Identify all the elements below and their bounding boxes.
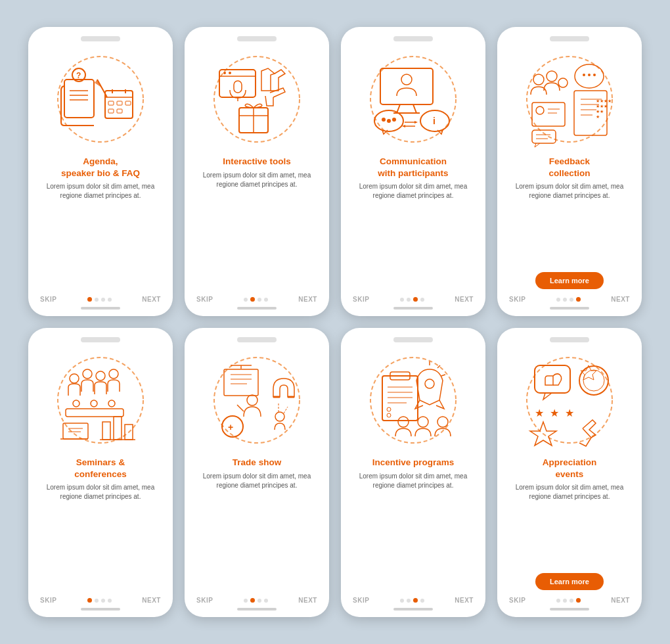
nav-skip-seminars[interactable]: SKIP: [40, 597, 56, 604]
nav-dots-appreciation: [556, 598, 581, 603]
dot-4[interactable]: [576, 598, 581, 603]
card-agenda: ? Agenda,speaker bio & FAQ Lorem ipsum d…: [28, 27, 173, 316]
dot-1[interactable]: [556, 599, 560, 603]
svg-point-90: [247, 395, 257, 405]
svg-point-37: [392, 118, 396, 122]
card-title-feedback: Feedbackcollection: [548, 156, 590, 179]
nav-next-communication[interactable]: NEXT: [455, 296, 474, 303]
card-title-seminars: Seminars &conferences: [74, 457, 127, 480]
home-bar: [237, 608, 277, 610]
nav-skip-feedback[interactable]: SKIP: [509, 296, 525, 303]
svg-text:★★★: ★★★: [596, 104, 608, 108]
dot-1[interactable]: [556, 298, 560, 302]
dot-3[interactable]: [101, 599, 105, 603]
dot-4[interactable]: [108, 599, 112, 603]
home-bar: [393, 608, 433, 610]
dot-4[interactable]: [576, 297, 581, 302]
svg-point-43: [533, 74, 544, 85]
dot-4[interactable]: [420, 599, 424, 603]
dot-2[interactable]: [563, 599, 567, 603]
dot-4[interactable]: [264, 599, 268, 603]
phone-nav-appreciation: SKIP NEXT: [506, 597, 633, 604]
phone-notch: [237, 36, 277, 41]
svg-point-68: [83, 369, 92, 379]
svg-rect-75: [114, 417, 122, 440]
card-desc-communication: Lorem ipsum dolor sit dim amet, mea regi…: [350, 182, 476, 292]
card-desc-seminars: Lorem ipsum dolor sit dim amet, mea regi…: [37, 483, 164, 593]
svg-rect-16: [108, 109, 114, 113]
svg-text:★★★★: ★★★★: [596, 99, 612, 103]
svg-rect-1: [64, 80, 94, 118]
dot-4[interactable]: [420, 298, 424, 302]
nav-skip-agenda[interactable]: SKIP: [40, 296, 56, 303]
svg-text:★★: ★★: [596, 109, 604, 114]
nav-skip-communication[interactable]: SKIP: [353, 296, 369, 303]
svg-point-48: [588, 74, 591, 76]
dot-3[interactable]: [570, 298, 573, 302]
dot-2[interactable]: [407, 599, 411, 603]
nav-next-seminars[interactable]: NEXT: [142, 597, 161, 604]
svg-rect-23: [234, 81, 242, 93]
svg-point-108: [425, 379, 434, 388]
nav-dots-communication: [400, 297, 424, 302]
nav-next-appreciation[interactable]: NEXT: [611, 597, 630, 604]
learn-more-button-feedback[interactable]: Learn more: [535, 272, 604, 289]
nav-skip-interactive[interactable]: SKIP: [196, 296, 213, 303]
nav-next-feedback[interactable]: NEXT: [611, 296, 630, 303]
dot-2[interactable]: [407, 298, 411, 302]
nav-next-interactive[interactable]: NEXT: [298, 296, 317, 303]
card-icon-interactive: [204, 47, 309, 152]
dot-3[interactable]: [413, 598, 418, 603]
svg-point-99: [370, 357, 456, 443]
card-desc-feedback: Lorem ipsum dolor sit dim amet, mea regi…: [506, 182, 633, 267]
nav-skip-incentive[interactable]: SKIP: [353, 597, 369, 604]
svg-point-67: [70, 374, 79, 383]
card-icon-communication: i: [361, 47, 466, 152]
dot-1[interactable]: [400, 599, 404, 603]
dot-1[interactable]: [244, 599, 248, 603]
svg-point-45: [558, 78, 568, 87]
learn-more-button-appreciation[interactable]: Learn more: [535, 573, 604, 590]
nav-skip-tradeshow[interactable]: SKIP: [196, 597, 213, 604]
card-title-appreciation: Appreciationevents: [543, 457, 597, 480]
dot-1[interactable]: [87, 598, 92, 603]
dot-3[interactable]: [570, 599, 573, 603]
svg-point-33: [401, 74, 412, 85]
svg-point-66: [58, 357, 143, 443]
home-bar: [393, 307, 433, 310]
dot-3[interactable]: [257, 298, 261, 302]
dot-2[interactable]: [250, 297, 255, 302]
svg-text:i: i: [433, 116, 436, 126]
svg-text:★: ★: [535, 407, 544, 419]
svg-line-110: [437, 365, 440, 368]
dot-1[interactable]: [87, 297, 92, 302]
nav-next-tradeshow[interactable]: NEXT: [298, 597, 317, 604]
phone-cards-grid: ? Agenda,speaker bio & FAQ Lorem ipsum d…: [15, 14, 655, 630]
dot-3[interactable]: [257, 599, 261, 603]
nav-next-incentive[interactable]: NEXT: [455, 597, 474, 604]
nav-dots-tradeshow: [244, 598, 268, 603]
card-seminars: Seminars &conferences Lorem ipsum dolor …: [28, 328, 173, 617]
nav-skip-appreciation[interactable]: SKIP: [509, 597, 525, 604]
dot-4[interactable]: [264, 298, 268, 302]
svg-rect-14: [117, 101, 122, 105]
phone-notch: [393, 36, 433, 41]
home-bar: [81, 608, 120, 610]
dot-2[interactable]: [95, 599, 99, 603]
svg-rect-17: [117, 109, 122, 113]
phone-notch: [393, 337, 433, 342]
dot-2[interactable]: [563, 298, 567, 302]
dot-2[interactable]: [95, 298, 99, 302]
dot-4[interactable]: [108, 298, 112, 302]
card-desc-tradeshow: Lorem ipsum dolor sit dim amet, mea regi…: [194, 472, 320, 593]
nav-next-agenda[interactable]: NEXT: [142, 296, 161, 303]
dot-1[interactable]: [400, 298, 404, 302]
dot-2[interactable]: [250, 598, 255, 603]
dot-3[interactable]: [101, 298, 105, 302]
svg-point-60: [536, 106, 544, 114]
svg-point-114: [437, 417, 448, 427]
svg-rect-71: [66, 409, 123, 417]
dot-1[interactable]: [244, 298, 248, 302]
dot-3[interactable]: [413, 297, 418, 302]
card-icon-seminars: [48, 348, 153, 453]
